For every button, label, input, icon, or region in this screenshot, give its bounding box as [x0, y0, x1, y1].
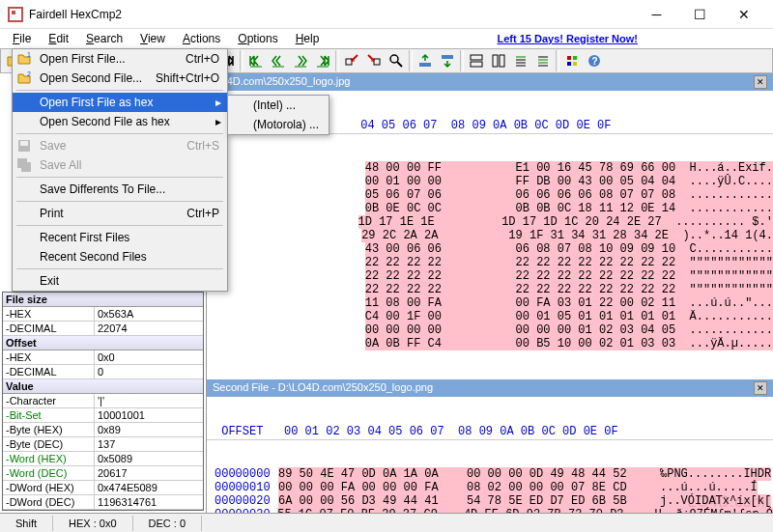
menu-open-second[interactable]: 2 Open Second File...Shift+Ctrl+O: [13, 69, 227, 88]
prop-hex-key: -HEX: [3, 307, 95, 321]
status-shift: Shift: [0, 516, 53, 531]
hex-row[interactable]: xxxxxxxxxxC4 00 1F 00 00 01 05 01 01 01 …: [207, 310, 773, 323]
svg-rect-21: [471, 62, 482, 67]
file-menu-dropdown: 1 Open First File...Ctrl+O 2 Open Second…: [12, 48, 228, 292]
tb-last-green[interactable]: [312, 50, 333, 71]
hex-row[interactable]: xxxxxxxxxx0A 0B FF C4 00 B5 10 00 02 01 …: [207, 337, 773, 350]
minimize-button[interactable]: ─: [635, 1, 678, 28]
hex-row[interactable]: xxxxxxxxxx00 00 00 00 00 00 00 01 02 03 …: [207, 323, 773, 337]
menu-options[interactable]: Options: [231, 30, 284, 47]
open-hex-submenu: (Intel) ... (Motorola) ...: [227, 95, 329, 135]
menu-save-all[interactable]: Save All: [13, 155, 227, 175]
svg-rect-18: [419, 63, 431, 67]
svg-rect-43: [21, 162, 31, 172]
svg-rect-23: [500, 55, 504, 67]
prop-offset-header: Offset: [3, 336, 203, 350]
prop-dec-key: -DECIMAL: [3, 322, 95, 335]
menu-help[interactable]: Help: [289, 30, 327, 47]
menu-open-first-hex[interactable]: Open First File as hex▸: [13, 93, 227, 112]
menu-edit[interactable]: Edit: [42, 30, 75, 47]
tb-tile-vert[interactable]: [488, 50, 509, 71]
tb-tile-horz[interactable]: [466, 50, 487, 71]
svg-rect-32: [567, 56, 571, 60]
file1-title: LO4D.com\250x250_logo.jpg: [213, 75, 754, 89]
svg-rect-2: [12, 11, 15, 14]
tb-sync-down[interactable]: [437, 50, 458, 71]
hex-row[interactable]: xxxxxxxxxx43 00 06 06 06 08 07 08 10 09 …: [207, 242, 773, 256]
tb-goto-right[interactable]: [363, 50, 385, 71]
tb-sync-up[interactable]: [415, 50, 436, 71]
svg-rect-41: [20, 141, 28, 146]
svg-rect-22: [493, 55, 498, 67]
menu-actions[interactable]: Actions: [176, 30, 227, 47]
file2-panel: Second File - D:\LO4D.com\250x250_logo.p…: [207, 379, 773, 513]
menu-recent-second[interactable]: Recent Second Files: [13, 247, 227, 266]
window-title: Fairdell HexCmp2: [29, 8, 635, 21]
status-hex: HEX : 0x0: [53, 516, 133, 531]
tb-list1[interactable]: [510, 50, 531, 71]
register-link[interactable]: Left 15 Days! Register Now!: [498, 33, 638, 44]
file2-col-header: OFFSET 00 01 02 03 04 05 06 07 08 09 0A …: [207, 424, 773, 440]
tb-next-green[interactable]: [290, 50, 311, 71]
svg-text:1: 1: [27, 51, 31, 58]
hex-row[interactable]: xxxxxxxxxx1D 17 1E 1E 1D 17 1D 1C 20 24 …: [207, 215, 773, 229]
hex-row[interactable]: xxxxxxxxxx05 06 07 06 06 06 06 06 08 07 …: [207, 188, 773, 202]
svg-rect-34: [567, 62, 571, 66]
hex-row[interactable]: xxxxxxxxxx48 00 00 FF E1 00 16 45 78 69 …: [207, 161, 773, 175]
hex-row[interactable]: 00000000 89 50 4E 47 0D 0A 1A 0A 00 00 0…: [207, 467, 773, 481]
svg-rect-15: [374, 59, 380, 65]
app-icon: [8, 7, 23, 22]
tb-first-green[interactable]: [245, 50, 267, 71]
hex-row[interactable]: 00000030 55 1C 07 F0 BF 39 37 C9 4D EE 6…: [207, 508, 773, 513]
hex-row[interactable]: xxxxxxxxxx0B 0E 0C 0C 0B 0B 0C 18 11 12 …: [207, 202, 773, 215]
status-dec: DEC : 0: [133, 516, 203, 531]
menu-print[interactable]: PrintCtrl+P: [13, 204, 227, 223]
hex-row[interactable]: xxxxxxxxxx22 22 22 22 22 22 22 22 22 22 …: [207, 283, 773, 296]
hex-row[interactable]: xxxxxxxxxx22 22 22 22 22 22 22 22 22 22 …: [207, 256, 773, 269]
hex-row[interactable]: xxxxxxxxxx22 22 22 22 22 22 22 22 22 22 …: [207, 269, 773, 283]
hex-row[interactable]: 00000020 6A 00 00 56 D3 49 44 41 54 78 5…: [207, 494, 773, 508]
close-button[interactable]: ✕: [722, 1, 765, 28]
prop-dec-val: 22074: [95, 322, 203, 335]
svg-rect-33: [573, 56, 577, 60]
file1-close-icon[interactable]: ✕: [754, 75, 767, 89]
menu-exit[interactable]: Exit: [13, 271, 227, 291]
submenu-intel[interactable]: (Intel) ...: [228, 96, 329, 115]
svg-line-17: [397, 62, 402, 67]
svg-rect-35: [573, 62, 577, 66]
prop-value-header: Value: [3, 379, 203, 394]
svg-rect-14: [346, 59, 352, 65]
hex-row[interactable]: xxxxxxxxxx00 01 00 00 FF DB 00 43 00 05 …: [207, 175, 773, 188]
svg-text:?: ?: [592, 56, 598, 67]
menu-view[interactable]: View: [133, 30, 172, 47]
menu-save-diff[interactable]: Save Differents To File...: [13, 180, 227, 199]
tb-prev-green[interactable]: [268, 50, 289, 71]
svg-rect-19: [442, 55, 453, 59]
submenu-motorola[interactable]: (Motorola) ...: [228, 115, 329, 134]
prop-hex-val: 0x563A: [95, 307, 203, 321]
tb-pref[interactable]: [561, 50, 583, 71]
tb-find[interactable]: [386, 50, 407, 71]
file2-title: Second File - D:\LO4D.com\250x250_logo.p…: [213, 381, 754, 395]
tb-help[interactable]: ?: [584, 50, 605, 71]
tb-list2[interactable]: [532, 50, 554, 71]
hex-row[interactable]: xxxxxxxxxx29 2C 2A 2A 19 1F 31 34 31 28 …: [207, 229, 773, 242]
svg-point-16: [390, 55, 398, 63]
prop-filesize-header: File size: [3, 293, 203, 307]
hex-row[interactable]: xxxxxxxxxx11 08 00 FA 00 FA 03 01 22 00 …: [207, 296, 773, 310]
menu-search[interactable]: Search: [79, 30, 129, 47]
file2-close-icon[interactable]: ✕: [754, 381, 767, 395]
menu-file[interactable]: File: [6, 30, 38, 47]
menu-save[interactable]: SaveCtrl+S: [13, 136, 227, 155]
menu-open-first[interactable]: 1 Open First File...Ctrl+O: [13, 49, 227, 69]
hex-row[interactable]: 00000010 00 00 00 FA 00 00 00 FA 08 02 0…: [207, 481, 773, 494]
menu-recent-first[interactable]: Recent First Files: [13, 228, 227, 247]
tb-goto-left[interactable]: [341, 50, 362, 71]
menu-open-second-hex[interactable]: Open Second File as hex▸: [13, 112, 227, 131]
svg-text:2: 2: [27, 70, 31, 77]
maximize-button[interactable]: ☐: [678, 1, 722, 28]
svg-rect-20: [471, 55, 482, 60]
